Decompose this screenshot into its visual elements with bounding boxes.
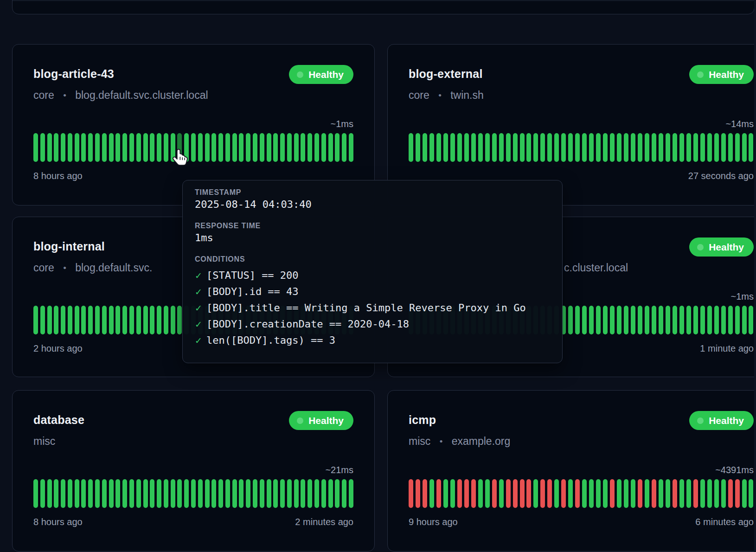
status-bar[interactable]: [164, 306, 168, 334]
status-bar[interactable]: [443, 479, 448, 508]
status-bar[interactable]: [198, 479, 203, 508]
status-bar[interactable]: [81, 479, 86, 508]
status-bar[interactable]: [540, 479, 545, 508]
status-bar[interactable]: [239, 479, 243, 508]
status-bar[interactable]: [603, 479, 608, 508]
status-bar[interactable]: [273, 479, 278, 508]
status-bar[interactable]: [749, 306, 753, 334]
status-bar[interactable]: [129, 306, 134, 334]
status-bar[interactable]: [485, 133, 490, 162]
status-bar[interactable]: [749, 479, 753, 508]
status-bar[interactable]: [429, 479, 434, 508]
status-bar[interactable]: [721, 133, 726, 162]
status-bar[interactable]: [68, 479, 72, 508]
endpoint-card[interactable]: database Healthy misc • ~21ms 8 hours ag…: [12, 390, 375, 552]
status-bar[interactable]: [191, 479, 196, 508]
status-bar[interactable]: [582, 133, 587, 162]
status-bar[interactable]: [109, 133, 114, 162]
status-bar[interactable]: [211, 133, 216, 162]
status-bar[interactable]: [102, 306, 107, 334]
partial-card-top[interactable]: [12, 0, 755, 14]
status-bar[interactable]: [143, 306, 148, 334]
status-bar[interactable]: [526, 133, 531, 162]
status-bar[interactable]: [218, 479, 223, 508]
status-bar[interactable]: [513, 133, 518, 162]
status-bar[interactable]: [88, 479, 93, 508]
status-bar[interactable]: [280, 479, 285, 508]
status-bar[interactable]: [624, 479, 628, 508]
status-bar[interactable]: [679, 306, 684, 334]
status-bar[interactable]: [321, 479, 326, 508]
status-bar[interactable]: [561, 479, 566, 508]
status-bar[interactable]: [150, 133, 154, 162]
status-bar[interactable]: [429, 133, 434, 162]
status-bar[interactable]: [520, 133, 525, 162]
status-bar[interactable]: [150, 479, 154, 508]
status-bar[interactable]: [109, 306, 114, 334]
status-bar[interactable]: [624, 306, 628, 334]
status-bar[interactable]: [177, 306, 182, 334]
status-bar[interactable]: [287, 133, 292, 162]
status-bar[interactable]: [40, 133, 45, 162]
status-bar[interactable]: [54, 133, 58, 162]
status-bar[interactable]: [157, 479, 161, 508]
status-bar[interactable]: [102, 133, 107, 162]
status-bar[interactable]: [301, 479, 305, 508]
status-bar[interactable]: [707, 479, 712, 508]
status-bar[interactable]: [749, 133, 753, 162]
status-bar[interactable]: [735, 479, 740, 508]
status-bar[interactable]: [232, 133, 237, 162]
status-bar[interactable]: [645, 133, 649, 162]
status-bar[interactable]: [164, 133, 168, 162]
status-bar[interactable]: [589, 479, 594, 508]
status-bar[interactable]: [102, 479, 107, 508]
status-bar[interactable]: [714, 133, 719, 162]
status-bar[interactable]: [450, 479, 455, 508]
status-bar[interactable]: [301, 133, 305, 162]
status-bar[interactable]: [547, 133, 552, 162]
status-bar[interactable]: [260, 133, 264, 162]
status-bar[interactable]: [416, 479, 420, 508]
status-bar[interactable]: [596, 479, 601, 508]
status-bar[interactable]: [416, 133, 420, 162]
status-bar[interactable]: [129, 133, 134, 162]
status-bar[interactable]: [211, 479, 216, 508]
status-bar[interactable]: [610, 133, 615, 162]
status-bar[interactable]: [624, 133, 628, 162]
status-bar[interactable]: [617, 306, 621, 334]
status-bar[interactable]: [735, 306, 740, 334]
status-bar[interactable]: [742, 306, 747, 334]
status-bar[interactable]: [129, 479, 134, 508]
status-bar[interactable]: [40, 479, 45, 508]
status-bar[interactable]: [638, 306, 642, 334]
status-bar[interactable]: [109, 479, 114, 508]
status-bar[interactable]: [610, 306, 615, 334]
status-bar[interactable]: [75, 306, 79, 334]
status-bar[interactable]: [349, 133, 353, 162]
status-bar[interactable]: [294, 133, 299, 162]
status-bar[interactable]: [136, 479, 141, 508]
status-bar[interactable]: [707, 306, 712, 334]
status-bar[interactable]: [328, 133, 333, 162]
status-bar[interactable]: [205, 133, 210, 162]
status-bar[interactable]: [457, 133, 462, 162]
status-bar[interactable]: [464, 133, 469, 162]
status-bar[interactable]: [253, 479, 257, 508]
status-bar[interactable]: [638, 133, 642, 162]
status-bar[interactable]: [554, 133, 559, 162]
status-bar[interactable]: [423, 479, 427, 508]
status-bar[interactable]: [631, 306, 635, 334]
status-bar[interactable]: [547, 479, 552, 508]
status-bar[interactable]: [349, 479, 353, 508]
status-bar[interactable]: [177, 479, 182, 508]
status-bar[interactable]: [450, 133, 455, 162]
status-bar[interactable]: [436, 479, 441, 508]
status-bar[interactable]: [652, 479, 656, 508]
status-bar[interactable]: [308, 479, 312, 508]
status-bar[interactable]: [589, 133, 594, 162]
status-bar[interactable]: [631, 479, 635, 508]
status-bar[interactable]: [666, 306, 670, 334]
status-bar[interactable]: [679, 479, 684, 508]
status-bar[interactable]: [603, 306, 608, 334]
status-bar[interactable]: [260, 479, 264, 508]
